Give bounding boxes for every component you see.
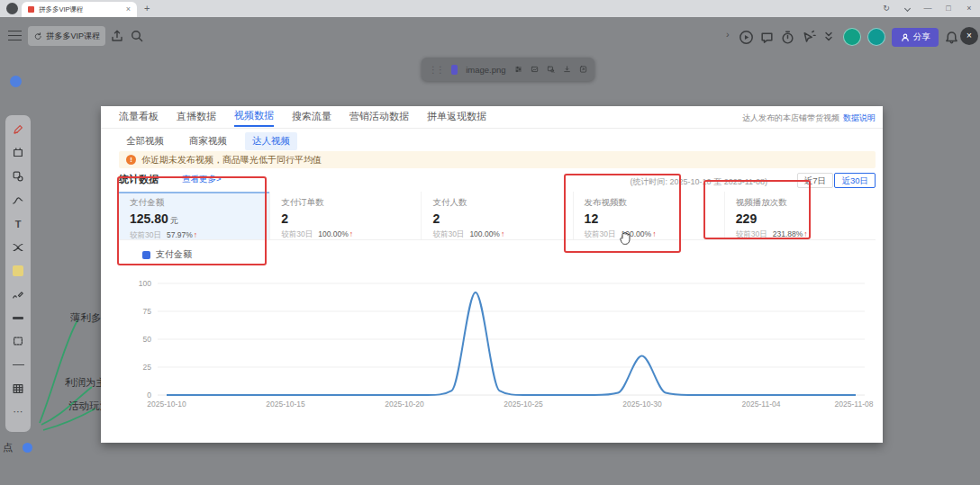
present-play-button[interactable] [739,30,754,45]
export-button[interactable] [110,29,124,43]
text-tool-icon[interactable]: T [8,215,28,233]
text-tool-glyph: T [15,219,22,229]
tab-close-icon[interactable]: × [126,5,131,13]
y-tick-label: 25 [117,363,151,372]
y-tick-label: 75 [117,307,151,316]
tab-favicon-icon [28,6,34,13]
timer-icon[interactable] [780,30,795,45]
close-window-button[interactable]: × [962,2,976,15]
tool-palette: T ⋯ [5,115,31,432]
card-compare: 较前30日100.00%↑ [432,229,561,240]
canvas-corner-badge[interactable] [23,443,32,453]
section-tool-icon[interactable] [8,332,28,350]
card-title: 支付人数 [432,197,561,209]
y-tick-label: 0 [117,391,151,400]
tab-video-data[interactable]: 视频数据 [234,109,274,127]
info-icon: ! [126,155,136,165]
bell-icon[interactable] [944,30,959,45]
chart-gridlines [158,283,865,395]
doc-title: 拼多多VIP课程 [46,31,100,42]
color-swatch[interactable] [451,65,458,75]
new-tab-button[interactable]: + [144,3,150,13]
connector-tool-icon[interactable] [8,191,28,209]
sync-button[interactable]: ↻ [879,2,894,15]
nav-tabs: 流量看板 直播数据 视频数据 搜索流量 营销活动数据 拼单返现数据 [119,108,486,128]
doc-title-field[interactable]: 拼多多VIP课程 [28,26,105,46]
alert-text: 你近期未发布视频，商品曝光低于同行平均值 [141,154,322,166]
close-icon: × [966,31,972,40]
card-value: 2 [281,211,410,226]
tab-live-data[interactable]: 直播数据 [177,110,216,126]
bold-dash-tool-icon[interactable] [8,309,28,327]
up-arrow-icon: ↑ [349,229,353,238]
table-tool-icon[interactable] [8,380,28,398]
minimize-button[interactable]: — [921,2,935,15]
expand-icon[interactable] [579,63,587,76]
tab-title: 拼多多VIP课程 [39,5,122,14]
search-button[interactable] [130,29,144,43]
chart-canvas [117,274,878,413]
laser-pointer-icon[interactable] [801,30,816,45]
divider [101,128,883,129]
swap-connector-tool-icon[interactable] [8,238,28,256]
mindmap-node[interactable]: 活动玩法 [68,400,101,413]
pen-tool-icon[interactable] [8,121,28,139]
download-icon[interactable] [563,63,571,76]
line-tool-icon[interactable] [8,356,28,374]
x-tick-label: 2025-10-25 [504,400,542,409]
maximize-button[interactable]: □ [941,2,956,15]
replace-image-icon[interactable] [531,63,539,76]
x-tick-label: 2025-10-10 [147,400,186,409]
draw-tool-icon[interactable] [8,285,28,303]
x-tick-label: 2025-11-08 [835,400,874,409]
stat-card-paying-users[interactable]: 支付人数 2 较前30日100.00%↑ [421,192,572,239]
up-arrow-icon: ↑ [501,229,504,238]
sticky-note-tool-icon[interactable] [8,262,28,280]
card-title: 支付订单数 [281,197,410,209]
collaborator-avatar-1[interactable] [843,28,861,46]
image-element-toolbar: ⋮⋮ image.png [422,58,594,81]
collapse-toolbar-icon[interactable] [821,30,836,44]
more-tools-icon[interactable]: ⋯ [8,403,28,421]
tab-traffic-board[interactable]: 流量看板 [119,110,159,126]
comment-icon[interactable] [759,30,775,45]
image-filename: image.png [466,65,505,75]
range-30d-button[interactable]: 近30日 [834,173,876,188]
share-button-label: 分享 [913,31,930,43]
subtab-influencer-videos[interactable]: 达人视频 [245,132,297,150]
account-avatar[interactable]: × [960,27,978,45]
subtab-all-videos[interactable]: 全部视频 [119,132,171,150]
subtab-merchant-videos[interactable]: 商家视频 [182,132,234,150]
chevron-down-icon[interactable] [904,5,911,12]
menu-icon[interactable] [8,31,22,40]
payment-trend-chart: 100 75 50 25 0 2025-10-10 2025-10-15 202… [117,274,878,427]
shape-tool-icon[interactable] [8,167,28,185]
filter-icon[interactable] [514,63,522,76]
data-note-text: 达人发布的本店铺带货视频 [742,113,839,122]
browser-tab[interactable]: 拼多多VIP课程 × [22,2,137,17]
analytics-panel[interactable]: 流量看板 直播数据 视频数据 搜索流量 营销活动数据 拼单返现数据 达人发布的本… [101,106,883,443]
data-note: 达人发布的本店铺带货视频数据说明 [742,112,876,124]
mindmap-node[interactable]: 薄利多销 [70,311,101,325]
stat-card-paid-orders[interactable]: 支付订单数 2 较前30日100.00%↑ [269,192,421,239]
annotation-rect-payment-amount [117,176,267,265]
collaborator-avatar-2[interactable] [867,28,885,46]
tab-search-traffic[interactable]: 搜索流量 [292,110,331,126]
tab-marketing-data[interactable]: 营销活动数据 [349,110,409,126]
alert-banner: ! 你近期未发布视频，商品曝光低于同行平均值 [119,151,876,168]
x-tick-label: 2025-10-30 [622,400,661,409]
forward-icon[interactable]: › [726,29,730,40]
card-value: 2 [432,211,561,226]
tab-group-rebate-data[interactable]: 拼单返现数据 [427,110,486,126]
find-image-icon[interactable] [547,63,555,76]
refresh-icon [33,31,42,41]
share-button[interactable]: 分享 [892,28,939,47]
mindmap-node[interactable]: 利润为主 [65,376,101,390]
frame-tool-icon[interactable] [8,144,28,162]
data-note-link[interactable]: 数据说明 [843,113,876,122]
drag-handle-icon[interactable]: ⋮⋮ [429,65,443,75]
y-tick-label: 50 [117,335,151,344]
x-tick-label: 2025-10-15 [266,400,304,409]
chart-line-series [167,292,856,395]
app-logo-icon[interactable] [6,3,18,14]
